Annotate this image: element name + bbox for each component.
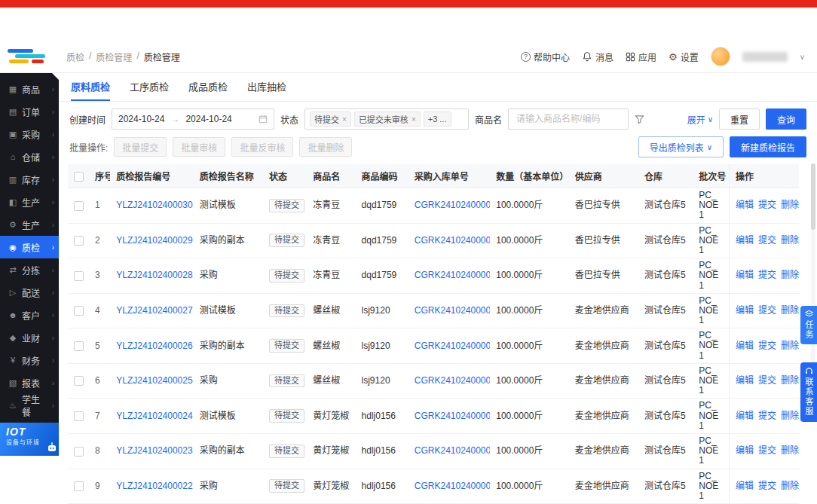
report-number-link[interactable]: YLZJ24102400029 xyxy=(116,235,192,246)
delete-link[interactable]: 删除 xyxy=(781,445,799,456)
submit-link[interactable]: 提交 xyxy=(758,341,776,351)
inbound-number-link[interactable]: CGRK24102400004 xyxy=(415,305,490,316)
row-checkbox[interactable] xyxy=(74,481,84,491)
sidebar-item-finance[interactable]: ¥ 财务 › xyxy=(0,349,59,371)
sidebar-item-quality[interactable]: ◉ 质检 › xyxy=(0,236,59,258)
submit-link[interactable]: 提交 xyxy=(758,270,776,280)
messages-button[interactable]: 消息 xyxy=(582,50,614,63)
row-checkbox[interactable] xyxy=(74,201,84,211)
inbound-number-link[interactable]: CGRK24102400004 xyxy=(415,375,490,386)
date-from-value[interactable]: 2024-10-24 xyxy=(118,114,164,124)
settings-button[interactable]: ⚙ 设置 xyxy=(669,50,699,63)
batch-submit-button[interactable]: 批量提交 xyxy=(114,137,167,157)
product-name-input[interactable] xyxy=(515,113,622,125)
report-number-link[interactable]: YLZJ24102400027 xyxy=(116,305,192,316)
sidebar-item-sorting[interactable]: ⇄ 分拣 › xyxy=(0,258,59,281)
filter-funnel-icon[interactable] xyxy=(635,115,644,124)
date-to-value[interactable]: 2024-10-24 xyxy=(185,114,231,124)
close-icon[interactable]: × xyxy=(342,115,347,124)
row-checkbox[interactable] xyxy=(74,411,84,421)
submit-link[interactable]: 提交 xyxy=(758,445,776,456)
report-number-link[interactable]: YLZJ24102400024 xyxy=(116,411,192,421)
date-range-picker[interactable]: 2024-10-24 → 2024-10-24 xyxy=(112,108,274,130)
submit-link[interactable]: 提交 xyxy=(758,305,776,316)
edit-link[interactable]: 编辑 xyxy=(736,305,754,316)
sidebar-item-delivery[interactable]: ▷ 配送 › xyxy=(0,281,59,304)
submit-link[interactable]: 提交 xyxy=(758,375,776,386)
reset-button[interactable]: 重置 xyxy=(719,108,760,130)
sidebar-item-production-2[interactable]: ⚙ 生产 › xyxy=(0,213,59,236)
sidebar-item-student-meals[interactable]: ♨ 学生餐 › xyxy=(0,394,59,417)
sidebar-item-customers[interactable]: ☻ 客户 › xyxy=(0,304,59,326)
edit-link[interactable]: 编辑 xyxy=(736,341,754,351)
sidebar-item-biz-finance[interactable]: ◆ 业财 › xyxy=(0,326,59,349)
help-center-button[interactable]: ? 帮助中心 xyxy=(521,50,570,63)
report-number-link[interactable]: YLZJ24102400025 xyxy=(116,375,192,386)
sidebar-item-production-1[interactable]: ◧ 生产 › xyxy=(0,191,59,213)
row-checkbox[interactable] xyxy=(74,306,84,316)
batch-unreview-button[interactable]: 批量反审核 xyxy=(231,137,293,157)
report-number-link[interactable]: YLZJ24102400023 xyxy=(116,445,192,456)
apps-button[interactable]: 应用 xyxy=(626,50,656,63)
delete-link[interactable]: 删除 xyxy=(781,481,799,491)
delete-link[interactable]: 删除 xyxy=(781,305,799,316)
sidebar-item-purchase[interactable]: ▣ 采购 › xyxy=(0,123,59,145)
delete-link[interactable]: 删除 xyxy=(781,375,799,386)
contact-support-float-button[interactable]: 联系客服 xyxy=(800,362,817,422)
report-number-link[interactable]: YLZJ24102400022 xyxy=(116,481,192,491)
edit-link[interactable]: 编辑 xyxy=(736,235,754,246)
expand-toggle[interactable]: 展开 ∨ xyxy=(687,113,713,126)
inbound-number-link[interactable]: CGRK24102400005 xyxy=(415,270,490,280)
row-checkbox[interactable] xyxy=(74,376,84,386)
inbound-number-link[interactable]: CGRK24102400005 xyxy=(415,200,490,210)
select-all-checkbox[interactable] xyxy=(74,172,84,182)
tab-outbound-sampling[interactable]: 出库抽检 xyxy=(247,73,286,101)
submit-link[interactable]: 提交 xyxy=(758,481,776,491)
inbound-number-link[interactable]: CGRK24102400004 xyxy=(415,445,490,456)
close-icon[interactable]: × xyxy=(412,115,416,124)
submit-link[interactable]: 提交 xyxy=(758,411,776,421)
edit-link[interactable]: 编辑 xyxy=(736,481,754,491)
sidebar-item-reports[interactable]: ▧ 报表 › xyxy=(0,371,59,394)
edit-link[interactable]: 编辑 xyxy=(736,375,754,386)
batch-review-button[interactable]: 批量审核 xyxy=(173,137,225,157)
sidebar-item-goods[interactable]: ▦ 商品 › xyxy=(0,78,59,100)
delete-link[interactable]: 删除 xyxy=(781,270,799,280)
row-checkbox[interactable] xyxy=(74,236,84,246)
breadcrumb-level-1[interactable]: 质检 xyxy=(66,50,84,63)
tab-finished-qc[interactable]: 成品质检 xyxy=(188,73,228,101)
inbound-number-link[interactable]: CGRK24102400004 xyxy=(415,341,490,351)
inbound-number-link[interactable]: CGRK24102400004 xyxy=(415,411,490,421)
status-select[interactable]: 待提交 × 已提交未审核 × +3 ... xyxy=(304,108,469,130)
delete-link[interactable]: 删除 xyxy=(781,411,799,421)
delete-link[interactable]: 删除 xyxy=(781,235,799,246)
search-button[interactable]: 查询 xyxy=(766,108,806,130)
inbound-number-link[interactable]: CGRK24102400005 xyxy=(415,235,490,246)
row-checkbox[interactable] xyxy=(74,341,84,351)
avatar[interactable] xyxy=(711,47,730,66)
chevron-down-icon[interactable]: ∨ xyxy=(800,53,805,61)
row-checkbox[interactable] xyxy=(74,447,84,457)
delete-link[interactable]: 删除 xyxy=(781,200,799,210)
submit-link[interactable]: 提交 xyxy=(758,235,776,246)
row-checkbox[interactable] xyxy=(74,271,84,281)
edit-link[interactable]: 编辑 xyxy=(736,445,754,456)
vertical-scrollbar-thumb[interactable] xyxy=(811,163,815,230)
sidebar-item-warehouse[interactable]: ⌂ 仓储 › xyxy=(0,145,59,168)
new-qc-report-button[interactable]: 新建质检报告 xyxy=(730,136,806,157)
report-number-link[interactable]: YLZJ24102400030 xyxy=(116,200,192,210)
status-tag-pending[interactable]: 待提交 × xyxy=(310,111,351,127)
sidebar-item-inventory[interactable]: ▥ 库存 › xyxy=(0,168,59,191)
export-qc-list-button[interactable]: 导出质检列表 ∨ xyxy=(638,136,724,157)
sidebar-item-orders[interactable]: ▤ 订单 › xyxy=(0,100,59,123)
edit-link[interactable]: 编辑 xyxy=(736,411,754,421)
task-float-button[interactable]: 任务 xyxy=(800,306,817,344)
batch-delete-button[interactable]: 批量删除 xyxy=(299,137,352,157)
breadcrumb-level-2[interactable]: 质检管理 xyxy=(96,50,132,63)
tab-process-qc[interactable]: 工序质检 xyxy=(130,73,169,101)
report-number-link[interactable]: YLZJ24102400028 xyxy=(116,270,192,280)
inbound-number-link[interactable]: CGRK24102400004 xyxy=(415,481,490,491)
delete-link[interactable]: 删除 xyxy=(781,341,799,351)
submit-link[interactable]: 提交 xyxy=(758,200,776,210)
edit-link[interactable]: 编辑 xyxy=(736,200,754,210)
